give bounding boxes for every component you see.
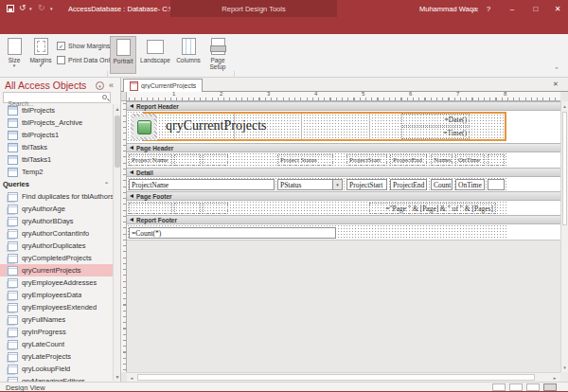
- undo-icon[interactable]: ↺: [19, 3, 27, 12]
- nav-item-query[interactable]: qryCompletedProjects: [0, 252, 113, 264]
- show-margins-checkbox[interactable]: ✓: [57, 42, 65, 50]
- print-data-only-checkbox-row[interactable]: Print Data Only: [57, 56, 113, 64]
- label-empty[interactable]: [488, 154, 505, 166]
- vertical-scrollbar-thumb[interactable]: [562, 112, 567, 225]
- nav-item-query[interactable]: qryEmployeesExtended: [0, 301, 113, 313]
- page-header-band[interactable]: Project Name Project Status ProjectStart…: [127, 152, 506, 168]
- nav-item-query[interactable]: qryAuthorAge: [0, 203, 113, 215]
- save-icon[interactable]: [7, 5, 14, 12]
- size-button[interactable]: Size ▾: [3, 36, 26, 74]
- portrait-button[interactable]: Portrait: [110, 36, 136, 74]
- vertical-scrollbar[interactable]: ▴ ▾: [560, 101, 568, 372]
- nav-item-query[interactable]: qryInProgress: [0, 326, 113, 338]
- scroll-down-icon[interactable]: ▼: [114, 372, 121, 381]
- report-header-band[interactable]: qryCurrentProjects =Date() =Time(): [127, 111, 506, 143]
- label-empty[interactable]: [174, 203, 201, 214]
- collapse-ribbon-icon[interactable]: ⌃: [554, 66, 559, 74]
- nav-scrollbar-thumb[interactable]: [115, 116, 120, 168]
- nav-item-query[interactable]: qryEmployeesData: [0, 289, 113, 301]
- print-preview-icon[interactable]: [509, 383, 523, 391]
- textbox-projectname[interactable]: ProjectName: [129, 179, 275, 190]
- report-title-label[interactable]: qryCurrentProjects: [166, 118, 267, 134]
- combo-dropdown-icon[interactable]: ▾: [332, 179, 343, 190]
- textbox-projectstart[interactable]: ProjectStart: [346, 179, 387, 190]
- nav-item-query[interactable]: qryLateProjects: [0, 350, 113, 363]
- label-named[interactable]: Named: [431, 154, 453, 166]
- nav-item-query[interactable]: Find duplicates for tblAuthors: [0, 190, 113, 203]
- combobox-pstatus[interactable]: PStatus: [277, 179, 333, 190]
- nav-menu-circle-icon[interactable]: ▾: [96, 81, 104, 90]
- margins-button[interactable]: Margins ▾: [27, 36, 54, 74]
- undo-dropdown-icon[interactable]: ▾: [29, 6, 32, 11]
- textbox-empty[interactable]: [488, 179, 505, 190]
- label-empty[interactable]: [203, 154, 228, 166]
- label-projectend[interactable]: ProjectEnd: [390, 154, 427, 166]
- scroll-left-icon[interactable]: ◂: [127, 373, 136, 382]
- nav-item-query[interactable]: qryAuthorDuplicates: [0, 240, 113, 252]
- textbox-count[interactable]: Count: [431, 179, 453, 190]
- scroll-up-icon[interactable]: ▲: [114, 104, 121, 113]
- group-collapse-icon[interactable]: ⌃: [104, 181, 113, 187]
- nav-item-table[interactable]: tblProjects1: [0, 129, 113, 141]
- section-bar-report-footer[interactable]: Report Footer: [127, 215, 560, 224]
- time-textbox[interactable]: =Time(): [401, 127, 470, 139]
- columns-button[interactable]: Columns: [174, 36, 203, 74]
- nav-pane-title[interactable]: All Access Objects: [5, 80, 86, 91]
- scroll-down-icon[interactable]: ▾: [561, 363, 568, 371]
- account-name[interactable]: Muhammad Waqas: [419, 5, 478, 13]
- help-button[interactable]: ?: [478, 0, 499, 17]
- nav-item-query[interactable]: qryEmployeeAddresses: [0, 276, 113, 289]
- nav-item-table[interactable]: tblTasks: [0, 141, 113, 153]
- label-project-name[interactable]: Project Name: [129, 154, 172, 166]
- textbox-ontime[interactable]: OnTime: [455, 179, 485, 190]
- section-bar-page-footer[interactable]: Page Footer: [127, 191, 560, 201]
- label-project-status[interactable]: Project Status: [277, 154, 333, 166]
- landscape-button[interactable]: Landscape: [138, 36, 172, 74]
- page-number-textbox[interactable]: ="Page " & [Page] & " of " & [Pages]: [369, 203, 496, 214]
- page-footer-band[interactable]: ="Page " & [Page] & " of " & [Pages]: [127, 201, 506, 215]
- nav-item-table[interactable]: tblTasks1: [0, 153, 113, 166]
- maximize-button[interactable]: □: [525, 0, 546, 17]
- shutter-bar-icon[interactable]: «: [109, 80, 114, 90]
- scroll-up-icon[interactable]: ▴: [561, 101, 568, 110]
- print-data-only-checkbox[interactable]: [57, 56, 65, 64]
- minimize-button[interactable]: –: [502, 0, 523, 17]
- document-tab-qrycurrentprojects[interactable]: qryCurrentProjects: [123, 79, 203, 92]
- nav-group-queries[interactable]: Queries ⌃: [0, 178, 113, 190]
- nav-item-query-selected[interactable]: qryCurrentProjects: [0, 264, 113, 276]
- section-bar-detail[interactable]: Detail: [127, 168, 560, 177]
- nav-item-table[interactable]: tblProjects_Archive: [0, 116, 113, 129]
- textbox-projectend[interactable]: ProjectEnd: [390, 179, 427, 190]
- layout-view-icon[interactable]: [526, 383, 540, 391]
- report-footer-band[interactable]: =Count(*): [127, 224, 506, 240]
- design-view-icon[interactable]: [543, 383, 557, 391]
- report-design-surface[interactable]: Report Header qryCurrentProjects =Date()…: [127, 101, 560, 372]
- count-textbox[interactable]: =Count(*): [129, 227, 336, 239]
- nav-item-query[interactable]: qryLateCount: [0, 338, 113, 350]
- label-empty[interactable]: [174, 154, 201, 166]
- horizontal-scrollbar[interactable]: ◂ ▸: [127, 372, 560, 382]
- logo-image-control[interactable]: [131, 114, 157, 140]
- label-empty[interactable]: [203, 203, 228, 214]
- scroll-right-icon[interactable]: ▸: [550, 373, 559, 382]
- report-view-icon[interactable]: [492, 383, 506, 391]
- nav-search-box[interactable]: [3, 92, 111, 103]
- label-projectstart[interactable]: ProjectStart: [346, 154, 387, 166]
- horizontal-ruler[interactable]: 1 2 3 4 5 6 7 8: [127, 92, 560, 101]
- detail-band[interactable]: ProjectName PStatus ▾ ProjectStart Proje…: [127, 177, 506, 191]
- show-margins-checkbox-row[interactable]: ✓ Show Margins: [57, 42, 110, 50]
- close-button[interactable]: ✕: [547, 0, 568, 17]
- section-bar-report-header[interactable]: Report Header: [127, 101, 560, 111]
- nav-item-query[interactable]: qryAuthorBDays: [0, 215, 113, 227]
- nav-item-query[interactable]: qryLookupField: [0, 363, 113, 375]
- label-empty[interactable]: [129, 203, 172, 214]
- date-textbox[interactable]: =Date(): [401, 114, 470, 126]
- page-setup-button[interactable]: Page Setup: [204, 36, 231, 74]
- label-ontime[interactable]: OnTime: [455, 154, 485, 166]
- nav-item-query[interactable]: qryManagingEditors: [0, 375, 113, 382]
- nav-scrollbar[interactable]: ▲ ▼: [113, 104, 120, 381]
- nav-item-query[interactable]: qryFullNames: [0, 313, 113, 326]
- qat-customize-icon[interactable]: ▾: [50, 6, 53, 11]
- horizontal-scrollbar-thumb[interactable]: [137, 374, 535, 381]
- nav-item-table[interactable]: tblProjects: [0, 104, 113, 116]
